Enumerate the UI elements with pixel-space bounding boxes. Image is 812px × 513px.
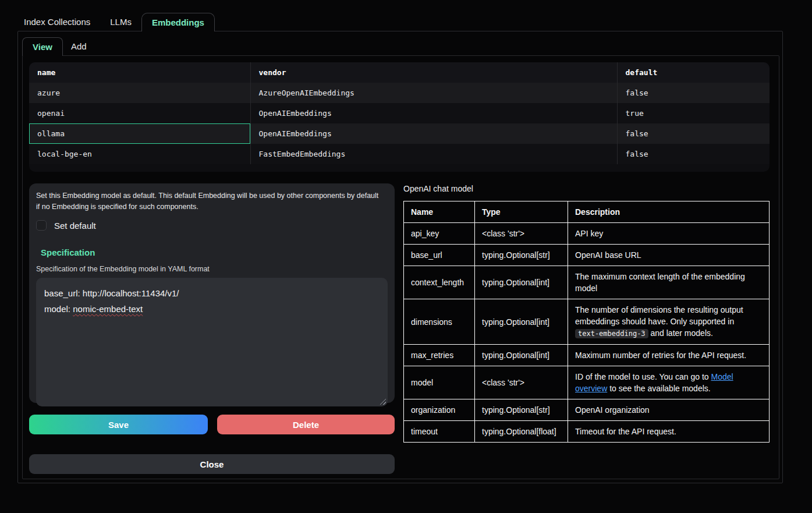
cell-vendor[interactable]: FastEmbedEmbeddings [250, 144, 617, 164]
param-row-timeout: timeout typing.Optional[float] Timeout f… [404, 421, 770, 443]
param-row-base-url: base_url typing.Optional[str] OpenAI bas… [404, 245, 770, 266]
tab-embeddings[interactable]: Embeddings [141, 13, 215, 31]
param-description: API key [568, 223, 770, 245]
details-column-type: Type [475, 201, 568, 223]
param-type: <class 'str'> [475, 223, 568, 245]
column-header-name: name [29, 62, 250, 83]
set-default-label: Set default [54, 221, 96, 231]
cell-default[interactable]: false [617, 123, 770, 144]
set-default-checkbox-row[interactable]: Set default [36, 220, 388, 231]
cell-name[interactable]: local-bge-en [29, 144, 250, 164]
details-column-name: Name [404, 201, 475, 223]
param-name: model [404, 366, 475, 399]
cell-vendor[interactable]: AzureOpenAIEmbeddings [250, 83, 617, 103]
param-description: The maximum context length of the embedd… [568, 266, 770, 299]
param-description: ID of the model to use. You can go to Mo… [568, 366, 770, 399]
param-type: typing.Optional[float] [475, 421, 568, 443]
param-row-context-length: context_length typing.Optional[int] The … [404, 266, 770, 299]
param-description: The number of dimensions the resulting o… [568, 299, 770, 345]
param-row-organization: organization typing.Optional[str] OpenAI… [404, 399, 770, 421]
table-row-ollama-selected[interactable]: ollama OpenAIEmbeddings false [29, 123, 770, 144]
cell-vendor[interactable]: OpenAIEmbeddings [250, 103, 617, 123]
specification-heading: Specification [41, 247, 388, 257]
set-default-description: Set this Embedding model as default. Thi… [36, 190, 381, 213]
yaml-line-2: model: nomic-embed-text [44, 301, 380, 317]
set-default-checkbox[interactable] [36, 220, 47, 231]
param-type: typing.Optional[int] [475, 266, 568, 299]
param-name: base_url [404, 245, 475, 266]
save-button[interactable]: Save [29, 415, 208, 434]
cell-default[interactable]: true [617, 103, 770, 123]
details-column-description: Description [568, 201, 770, 223]
column-header-default: default [617, 62, 770, 83]
embeddings-table-container: name vendor default azure AzureOpenAIEmb… [29, 62, 770, 172]
cell-default[interactable]: false [617, 83, 770, 103]
table-row-openai[interactable]: openai OpenAIEmbeddings true [29, 103, 770, 123]
cell-name[interactable]: azure [29, 83, 250, 103]
yaml-line-1: base_url: http://localhost:11434/v1/ [44, 285, 380, 301]
embeddings-table-header: name vendor default [29, 62, 770, 83]
param-name: max_retries [404, 345, 475, 366]
param-description: OpenAI organization [568, 399, 770, 421]
cell-vendor[interactable]: OpenAIEmbeddings [250, 123, 617, 144]
param-name: api_key [404, 223, 475, 245]
delete-button[interactable]: Delete [217, 415, 395, 434]
tab-add[interactable]: Add [63, 37, 95, 55]
tab-index-collections[interactable]: Index Collections [14, 13, 100, 31]
close-button[interactable]: Close [29, 454, 395, 474]
param-name: dimensions [404, 299, 475, 345]
cell-name[interactable]: openai [29, 103, 250, 123]
param-row-max-retries: max_retries typing.Optional[int] Maximum… [404, 345, 770, 366]
view-tab-panel: name vendor default azure AzureOpenAIEmb… [22, 55, 779, 479]
model-parameters-table: Name Type Description api_key <class 'st… [403, 201, 770, 443]
embeddings-panel: View Add name vendor default azure Azure… [17, 31, 783, 483]
tab-view[interactable]: View [22, 37, 63, 56]
tab-llms[interactable]: LLMs [100, 13, 141, 31]
param-description: OpenAI base URL [568, 245, 770, 266]
table-row-local-bge-en[interactable]: local-bge-en FastEmbedEmbeddings false [29, 144, 770, 164]
yaml-model-value: nomic-embed-text [73, 304, 143, 314]
param-type: <class 'str'> [475, 366, 568, 399]
specification-subtitle: Specification of the Embedding model in … [36, 265, 388, 273]
param-type: typing.Optional[int] [475, 299, 568, 345]
embedding-editor-card: Set this Embedding model as default. Thi… [29, 183, 395, 403]
param-name: context_length [404, 266, 475, 299]
param-type: typing.Optional[str] [475, 245, 568, 266]
textarea-resize-handle[interactable] [380, 398, 386, 405]
param-description: Maximum number of retries for the API re… [568, 345, 770, 366]
param-row-model: model <class 'str'> ID of the model to u… [404, 366, 770, 399]
column-header-vendor: vendor [250, 62, 617, 83]
param-row-dimensions: dimensions typing.Optional[int] The numb… [404, 299, 770, 345]
param-name: organization [404, 399, 475, 421]
cell-name-selected[interactable]: ollama [29, 123, 250, 144]
code-chip-text-embedding-3: text-embedding-3 [575, 329, 648, 338]
param-name: timeout [404, 421, 475, 443]
details-title: OpenAI chat model [403, 184, 473, 193]
sub-tab-bar: View Add [22, 37, 95, 56]
details-header-row: Name Type Description [404, 201, 770, 223]
param-description: Timeout for the API request. [568, 421, 770, 443]
main-tab-bar: Index Collections LLMs Embeddings [14, 13, 215, 31]
cell-default[interactable]: false [617, 144, 770, 164]
table-row-azure[interactable]: azure AzureOpenAIEmbeddings false [29, 83, 770, 103]
param-type: typing.Optional[str] [475, 399, 568, 421]
param-type: typing.Optional[int] [475, 345, 568, 366]
embeddings-table: name vendor default azure AzureOpenAIEmb… [29, 62, 770, 164]
yaml-spec-editor[interactable]: base_url: http://localhost:11434/v1/ mod… [36, 278, 388, 406]
param-row-api-key: api_key <class 'str'> API key [404, 223, 770, 245]
